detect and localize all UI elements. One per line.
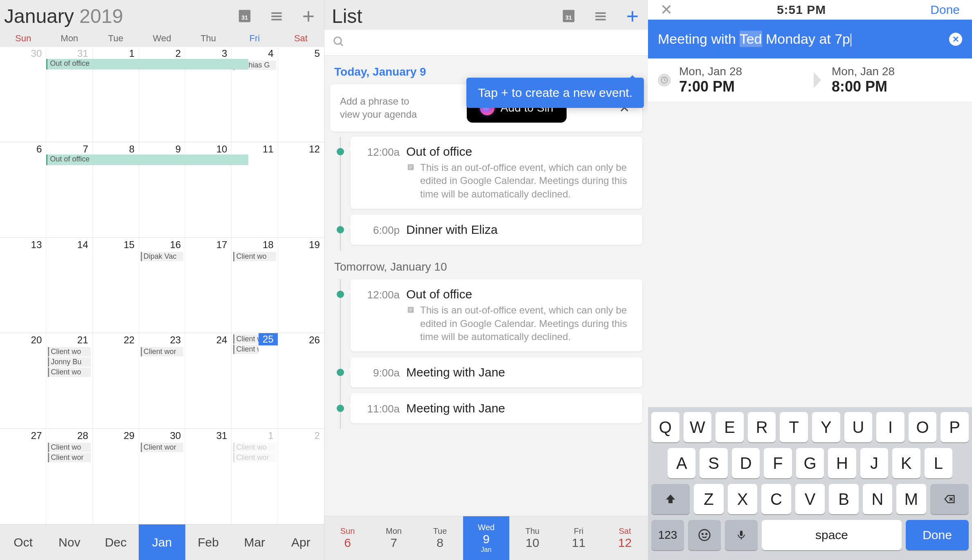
agenda-item[interactable]: 11:00aMeeting with Jane [330, 393, 642, 423]
day-strip-item[interactable]: Fri11 [556, 516, 602, 560]
agenda-item[interactable]: 9:00aMeeting with Jane [330, 357, 642, 388]
month-grid[interactable]: 3031Out of office1234Mathias G567Out of … [0, 46, 324, 524]
add-icon[interactable] [624, 8, 641, 25]
event-chip[interactable]: Client wor [141, 347, 183, 356]
day-cell[interactable]: 20 [0, 333, 46, 428]
key-q[interactable]: Q [651, 412, 680, 442]
agenda-item[interactable]: 12:00aOut of officeThis is an out-of-off… [330, 279, 642, 352]
event-chip[interactable]: Client wor [233, 453, 276, 462]
agenda-item[interactable]: 6:00pDinner with Eliza [330, 215, 642, 245]
key-n[interactable]: N [863, 484, 893, 514]
event-chip[interactable]: Client wo [48, 443, 90, 452]
ooo-event-span[interactable]: Out of office [46, 155, 248, 165]
key-b[interactable]: B [829, 484, 859, 514]
key-a[interactable]: A [668, 448, 695, 478]
event-card[interactable]: 12:00aOut of officeThis is an out-of-off… [351, 279, 642, 352]
menu-icon[interactable] [592, 8, 609, 25]
event-chip[interactable]: Client wo [48, 347, 90, 356]
agenda-item[interactable]: 12:00aOut of officeThis is an out-of-off… [330, 137, 642, 209]
day-strip-item[interactable]: Sat12 [602, 516, 648, 560]
search-bar[interactable] [324, 30, 648, 56]
key-d[interactable]: D [732, 448, 760, 478]
month-strip-item[interactable]: Apr [278, 524, 324, 560]
day-cell[interactable]: 30Client wor [139, 429, 185, 524]
day-cell[interactable]: 16Dipak Vac [139, 238, 185, 333]
emoji-key[interactable] [688, 520, 721, 550]
day-cell[interactable]: 24 [185, 333, 232, 428]
dictation-key[interactable] [725, 520, 758, 550]
clear-input-icon[interactable]: ✕ [949, 33, 962, 46]
event-chip[interactable]: Client wor [141, 443, 183, 452]
key-g[interactable]: G [796, 448, 824, 478]
day-cell[interactable]: 13 [0, 238, 46, 333]
event-chip[interactable]: Client wo [233, 443, 276, 452]
month-strip-item[interactable]: Feb [185, 524, 232, 560]
key-y[interactable]: Y [812, 412, 840, 442]
event-card[interactable]: 6:00pDinner with Eliza [351, 215, 642, 245]
event-chip[interactable]: Dipak Vac [141, 252, 183, 261]
key-k[interactable]: K [892, 448, 920, 478]
event-dates-row[interactable]: Mon, Jan 28 7:00 PM Mon, Jan 28 8:00 PM [648, 58, 972, 102]
event-card[interactable]: 9:00aMeeting with Jane [351, 357, 642, 388]
month-strip-item[interactable]: Jan [139, 524, 185, 560]
day-cell[interactable]: 1Client woClient wor [232, 429, 278, 524]
day-cell[interactable]: 23Client wor [139, 333, 185, 428]
close-icon[interactable]: ✕ [660, 1, 673, 18]
day-cell[interactable]: 30 [0, 47, 46, 142]
key-j[interactable]: J [860, 448, 888, 478]
ooo-event-span[interactable]: Out of office [46, 59, 248, 69]
day-cell[interactable]: 25Client woClient wor [232, 333, 278, 428]
space-key[interactable]: space [762, 520, 902, 550]
month-strip-item[interactable]: Mar [232, 524, 278, 560]
key-p[interactable]: P [941, 412, 969, 442]
key-x[interactable]: X [728, 484, 758, 514]
day-cell[interactable]: 22 [93, 333, 139, 428]
event-chip[interactable]: Client wo [233, 334, 259, 344]
day-cell[interactable]: 31 [185, 429, 232, 524]
day-cell[interactable]: 27 [0, 429, 46, 524]
day-cell[interactable]: 28Client woClient wor [46, 429, 92, 524]
key-m[interactable]: M [896, 484, 926, 514]
day-cell[interactable]: 5 [278, 47, 324, 142]
add-icon[interactable] [300, 8, 317, 25]
day-cell[interactable]: 17 [185, 238, 232, 333]
backspace-key[interactable] [930, 484, 969, 514]
event-chip[interactable]: Client wo [48, 367, 90, 377]
day-strip-item[interactable]: Sun6 [324, 516, 371, 560]
month-strip-item[interactable]: Dec [92, 524, 139, 560]
key-i[interactable]: I [876, 412, 904, 442]
event-chip[interactable]: Client wor [233, 345, 259, 354]
month-strip[interactable]: OctNovDecJanFebMarApr [0, 524, 324, 560]
day-cell[interactable]: 12 [278, 142, 324, 237]
key-v[interactable]: V [795, 484, 825, 514]
event-chip[interactable]: Client wor [48, 453, 90, 462]
event-card[interactable]: 12:00aOut of officeThis is an out-of-off… [351, 137, 642, 209]
shift-key[interactable] [651, 484, 690, 514]
day-cell[interactable]: 29 [93, 429, 139, 524]
day-strip-item[interactable]: Wed9Jan [463, 516, 509, 560]
day-cell[interactable]: 26 [278, 333, 324, 428]
day-cell[interactable]: 19 [278, 238, 324, 333]
key-l[interactable]: L [925, 448, 952, 478]
today-icon[interactable]: 31 [236, 8, 253, 25]
key-s[interactable]: S [700, 448, 727, 478]
numeric-key[interactable]: 123 [651, 520, 684, 550]
key-r[interactable]: R [748, 412, 776, 442]
today-icon[interactable]: 31 [560, 8, 577, 25]
key-t[interactable]: T [780, 412, 808, 442]
event-card[interactable]: 11:00aMeeting with Jane [351, 393, 642, 423]
menu-icon[interactable] [268, 8, 285, 25]
key-z[interactable]: Z [694, 484, 724, 514]
key-e[interactable]: E [716, 412, 744, 442]
event-chip[interactable]: Client wo [233, 252, 276, 261]
day-cell[interactable]: 2 [278, 429, 324, 524]
day-cell[interactable]: 7Out of office [46, 142, 92, 237]
start-datetime[interactable]: Mon, Jan 28 7:00 PM [679, 65, 810, 95]
day-strip-item[interactable]: Tue8 [417, 516, 463, 560]
key-c[interactable]: C [761, 484, 791, 514]
end-datetime[interactable]: Mon, Jan 28 8:00 PM [832, 65, 962, 95]
event-chip[interactable]: Jonny Bu [48, 357, 90, 367]
day-cell[interactable]: 18Client wo [232, 238, 278, 333]
day-strip-item[interactable]: Mon7 [371, 516, 417, 560]
key-u[interactable]: U [844, 412, 873, 442]
